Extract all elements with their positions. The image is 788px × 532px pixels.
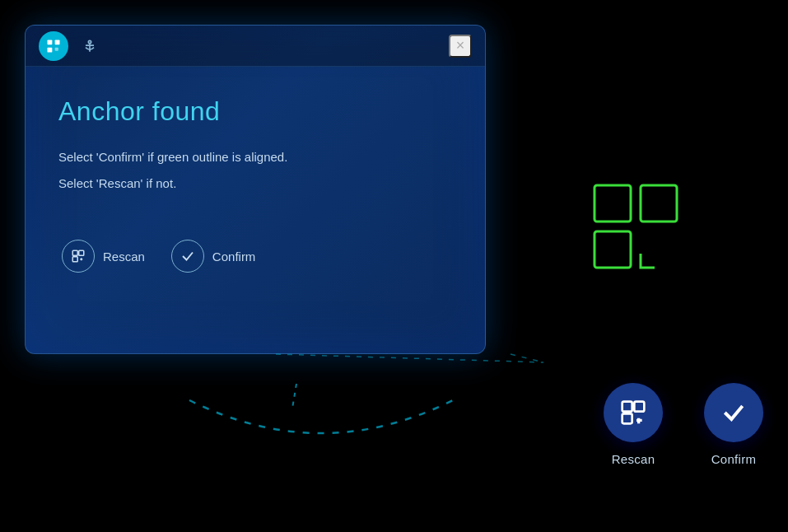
confirm-float-group: Confirm: [704, 383, 763, 466]
svg-line-10: [292, 384, 296, 408]
svg-rect-3: [55, 47, 58, 50]
confirm-icon-circle: [171, 240, 204, 273]
anchor-grid-svg: [590, 181, 681, 272]
svg-rect-9: [72, 257, 77, 262]
app-icon: [39, 31, 68, 61]
rescan-float-icon: [620, 399, 646, 426]
anchor-icon: [82, 38, 98, 54]
close-button[interactable]: ×: [449, 35, 472, 58]
anchor-dialog: × Anchor found Select 'Confirm' if green…: [25, 25, 486, 354]
svg-rect-7: [72, 250, 77, 255]
floating-buttons: Rescan Confirm: [604, 383, 763, 466]
svg-rect-14: [622, 402, 632, 412]
dialog-body: Select 'Confirm' if green outline is ali…: [58, 147, 452, 194]
anchor-visualization: [590, 181, 681, 275]
dialog-buttons: Rescan Confirm: [58, 235, 452, 278]
svg-line-18: [511, 354, 543, 362]
svg-point-4: [88, 40, 91, 43]
confirm-float-label: Confirm: [711, 452, 757, 466]
svg-rect-15: [634, 402, 644, 412]
dialog-content: Anchor found Select 'Confirm' if green o…: [26, 67, 485, 302]
svg-rect-12: [641, 185, 677, 222]
check-float-icon: [720, 399, 747, 426]
check-icon: [180, 249, 195, 264]
dialog-line2: Select 'Rescan' if not.: [58, 173, 452, 194]
title-bar: ×: [26, 26, 485, 67]
scan-icon: [45, 38, 62, 54]
svg-line-17: [276, 354, 543, 362]
confirm-float-button[interactable]: [704, 383, 763, 442]
svg-rect-0: [48, 40, 53, 44]
svg-rect-16: [622, 413, 632, 423]
svg-rect-13: [594, 231, 631, 268]
svg-rect-11: [594, 185, 631, 222]
dialog-line1: Select 'Confirm' if green outline is ali…: [58, 147, 452, 168]
close-icon: ×: [456, 37, 465, 54]
rescan-button[interactable]: Rescan: [58, 235, 148, 278]
confirm-label: Confirm: [212, 250, 256, 264]
confirm-button[interactable]: Confirm: [168, 235, 259, 278]
rescan-float-label: Rescan: [612, 452, 655, 466]
rescan-label: Rescan: [103, 250, 145, 264]
svg-rect-2: [48, 47, 53, 52]
dashed-arc: [165, 384, 478, 483]
rescan-float-group: Rescan: [604, 383, 663, 466]
dialog-title: Anchor found: [58, 96, 452, 127]
anchor-glyph: [82, 38, 98, 54]
rescan-icon: [71, 249, 86, 264]
rescan-float-button[interactable]: [604, 383, 663, 442]
rescan-icon-circle: [62, 240, 95, 273]
svg-rect-1: [55, 40, 60, 44]
svg-rect-8: [79, 250, 84, 255]
